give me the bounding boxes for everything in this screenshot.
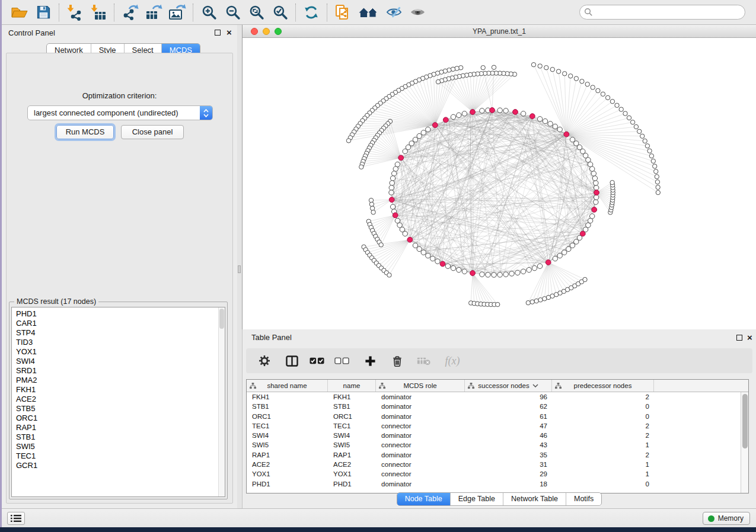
network-node[interactable] <box>553 256 557 261</box>
add-column-button[interactable] <box>360 350 380 371</box>
hide-selected-button[interactable] <box>382 2 406 23</box>
network-node[interactable] <box>537 264 542 268</box>
network-node[interactable] <box>570 243 575 248</box>
network-node[interactable] <box>656 190 660 194</box>
table-row[interactable]: SWI5SWI5connector431 <box>247 440 748 450</box>
tab-network-table[interactable]: Network Table <box>503 493 566 505</box>
mcds-result-item[interactable]: SWI4 <box>12 357 225 366</box>
network-node[interactable] <box>515 270 520 275</box>
network-node[interactable] <box>503 272 508 277</box>
mcds-result-item[interactable]: FKH1 <box>12 385 225 395</box>
network-mcds-node[interactable] <box>580 231 585 236</box>
network-node[interactable] <box>556 69 560 73</box>
network-node[interactable] <box>596 88 600 92</box>
network-node[interactable] <box>435 259 440 264</box>
network-mcds-node[interactable] <box>564 132 569 137</box>
network-node[interactable] <box>497 273 502 277</box>
network-node[interactable] <box>655 175 659 179</box>
mcds-result-item[interactable]: STB5 <box>12 404 225 414</box>
table-row[interactable]: RAP1RAP1dominator352 <box>247 450 748 460</box>
network-node[interactable] <box>562 250 567 255</box>
function-builder-button[interactable]: f(x) <box>441 350 464 371</box>
network-node[interactable] <box>462 111 467 116</box>
network-mcds-node[interactable] <box>513 110 518 115</box>
table-row[interactable]: ACE2ACE2connector311 <box>247 460 748 469</box>
network-node[interactable] <box>543 118 547 123</box>
network-node[interactable] <box>457 267 461 272</box>
network-node[interactable] <box>634 124 638 129</box>
network-node[interactable] <box>550 68 554 72</box>
network-node[interactable] <box>601 92 605 96</box>
network-node[interactable] <box>656 185 660 189</box>
tab-motifs[interactable]: Motifs <box>566 493 601 505</box>
vertical-splitter[interactable] <box>237 25 242 508</box>
network-node[interactable] <box>426 127 430 132</box>
table-row[interactable]: ORC1ORC1dominator610 <box>247 412 748 421</box>
network-node[interactable] <box>462 269 467 274</box>
network-node[interactable] <box>585 82 589 86</box>
refresh-layout-button[interactable] <box>299 2 323 23</box>
network-node[interactable] <box>534 299 538 303</box>
network-node[interactable] <box>570 137 575 142</box>
close-table-panel-button[interactable]: × <box>746 334 754 341</box>
network-node[interactable] <box>455 66 459 70</box>
network-node[interactable] <box>623 111 627 116</box>
network-node[interactable] <box>486 273 490 277</box>
network-node[interactable] <box>413 243 417 248</box>
network-node[interactable] <box>389 185 394 190</box>
delete-table-button[interactable] <box>413 350 433 371</box>
network-canvas[interactable] <box>243 38 756 329</box>
network-node[interactable] <box>649 154 653 158</box>
network-node[interactable] <box>651 159 655 163</box>
network-node[interactable] <box>654 169 658 174</box>
column-header-name[interactable]: name <box>328 380 376 392</box>
network-titlebar[interactable]: YPA_prune.txt_1 <box>243 25 756 38</box>
network-mcds-node[interactable] <box>440 261 445 267</box>
network-node[interactable] <box>574 141 579 146</box>
network-node[interactable] <box>430 256 435 261</box>
network-node[interactable] <box>580 79 584 84</box>
network-node[interactable] <box>615 103 619 107</box>
network-node[interactable] <box>393 166 398 171</box>
show-all-button[interactable] <box>406 2 429 23</box>
network-node[interactable] <box>387 273 391 277</box>
network-node[interactable] <box>557 253 562 258</box>
table-scrollbar[interactable] <box>741 392 748 493</box>
network-node[interactable] <box>619 107 623 111</box>
network-node[interactable] <box>594 185 599 190</box>
mcds-result-item[interactable]: ACE2 <box>12 395 225 404</box>
show-columns-button[interactable] <box>282 350 302 371</box>
network-node[interactable] <box>637 129 642 133</box>
network-node[interactable] <box>426 253 430 258</box>
mcds-result-item[interactable]: TID3 <box>12 338 225 347</box>
network-node[interactable] <box>610 100 614 104</box>
network-node[interactable] <box>538 298 543 302</box>
import-table-button[interactable] <box>87 2 110 23</box>
network-node[interactable] <box>527 267 531 272</box>
network-node[interactable] <box>403 231 407 236</box>
network-node[interactable] <box>497 108 502 113</box>
mcds-result-item[interactable]: PMA2 <box>12 376 225 385</box>
network-node[interactable] <box>530 300 534 304</box>
network-node[interactable] <box>369 198 373 202</box>
column-header-MCDS-role[interactable]: MCDS role <box>376 380 465 392</box>
network-node[interactable] <box>588 162 592 166</box>
network-node[interactable] <box>451 114 455 119</box>
select-all-columns-button[interactable] <box>307 350 327 371</box>
table-settings-button[interactable] <box>254 350 275 371</box>
table-row[interactable]: TEC1TEC1connector472 <box>247 421 748 431</box>
network-node[interactable] <box>574 76 578 81</box>
network-mcds-node[interactable] <box>443 117 448 123</box>
network-node[interactable] <box>537 117 542 121</box>
network-node[interactable] <box>389 190 394 195</box>
network-node[interactable] <box>592 176 597 181</box>
network-mcds-node[interactable] <box>490 108 495 113</box>
network-node[interactable] <box>569 74 573 78</box>
network-node[interactable] <box>594 195 599 200</box>
network-node[interactable] <box>544 66 548 70</box>
mcds-result-item[interactable]: STB1 <box>12 432 225 442</box>
mcds-list-scroll-thumb[interactable] <box>219 309 224 329</box>
tab-node-table[interactable]: Node Table <box>397 493 451 505</box>
duplicate-network-button[interactable] <box>331 2 355 23</box>
mcds-result-item[interactable]: ORC1 <box>12 414 225 423</box>
